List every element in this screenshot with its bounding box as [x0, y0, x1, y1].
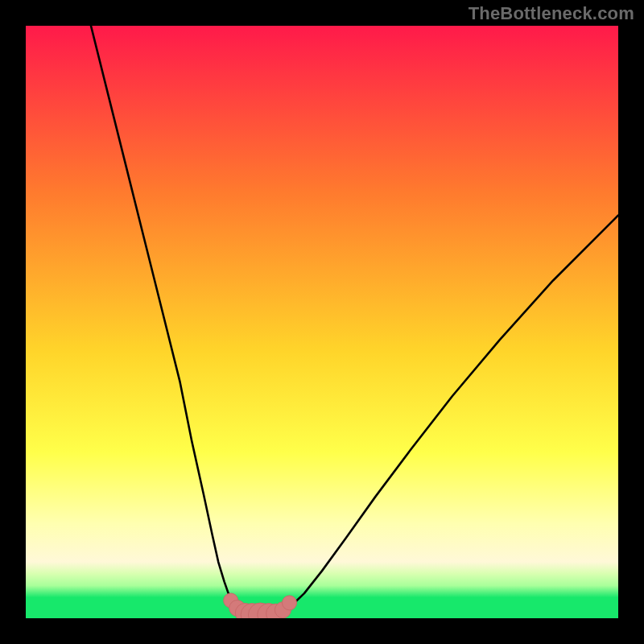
gradient-background [26, 26, 618, 618]
basin-marker [283, 596, 297, 610]
plot-area [26, 26, 618, 618]
outer-frame: TheBottleneck.com [0, 0, 644, 644]
chart-canvas [26, 26, 618, 618]
watermark-text: TheBottleneck.com [469, 3, 634, 24]
